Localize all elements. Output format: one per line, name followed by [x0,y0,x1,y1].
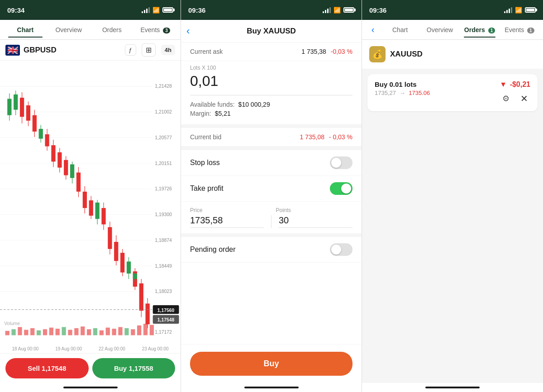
svg-rect-34 [83,192,87,208]
pp-values: 1735,58 30 [190,215,352,228]
svg-rect-80 [150,325,154,335]
current-bid-change: - 0,03 % [329,133,352,141]
svg-text:1,21428: 1,21428 [155,83,172,89]
sell-button[interactable]: Sell 1,17548 [5,358,89,378]
buy-order-button[interactable]: Buy [190,352,352,376]
svg-rect-16 [26,105,30,121]
pp-separator [271,215,272,228]
chart-nav-tabs: Chart Overview Orders Events 3 [0,20,181,40]
tab-orders[interactable]: Orders [90,23,134,37]
svg-rect-77 [131,329,135,335]
asset-icon: 💰 [369,46,386,62]
svg-text:Volume: Volume [4,320,20,326]
take-profit-toggle[interactable] [330,182,352,195]
trade-prices: 1735,27 → 1735.06 [375,90,430,96]
home-indicator-order [181,383,362,392]
margin-value: $5,21 [215,110,231,117]
chart-tools: ƒ ⊞ 4h [125,43,175,57]
tab-chart-orders[interactable]: Chart [380,23,420,37]
orders-content: 💰 XAUUSD Buy 0.01 lots 1735,27 → 1735.06 [362,40,543,383]
svg-rect-71 [93,328,97,335]
svg-rect-68 [74,328,78,335]
points-input[interactable]: 30 [279,215,352,228]
close-order-button[interactable]: ✕ [518,92,530,105]
section-divider-3 [181,233,362,237]
lots-section: Lots X 100 0,01 [181,61,362,95]
svg-text:1,18874: 1,18874 [155,237,172,243]
back-button-orders[interactable]: ‹ [366,23,380,37]
svg-rect-36 [89,200,93,216]
order-item-body: Buy 0.01 lots 1735,27 → 1735.06 ▼ -$0,21 [375,80,530,105]
svg-rect-63 [43,329,47,335]
orders-panel: 09:36 📶 ‹ Chart Overview Orders 1 [362,0,543,392]
svg-rect-10 [7,99,11,115]
pnl-arrow: ▼ [500,80,507,88]
svg-rect-32 [76,173,81,192]
indicator-btn[interactable]: ƒ [125,44,136,56]
lots-value[interactable]: 0,01 [190,73,352,90]
status-time-chart: 09:34 [7,6,24,14]
section-divider-1 [181,124,362,128]
available-funds-value: $10 000,29 [238,101,270,108]
svg-rect-24 [51,145,55,161]
status-time-orders: 09:36 [369,6,386,14]
margin-row: Margin: $5,21 [190,110,352,117]
pending-order-row: Pending order [181,237,362,263]
pending-order-label: Pending order [190,246,236,254]
svg-rect-79 [143,324,148,335]
svg-rect-30 [70,164,74,178]
tab-events[interactable]: Events 3 [133,23,177,37]
tab-events-orders[interactable]: Events 1 [500,23,539,37]
flag-icon: 🇬🇧 [5,45,20,56]
order-header: ‹ Buy XAUUSD [181,20,362,43]
trade-price-from: 1735,27 [375,90,396,96]
home-indicator-orders [362,383,543,392]
back-button-order[interactable]: ‹ [186,25,190,37]
order-panel: 09:36 📶 ‹ Buy XAUUSD Current ask 1 735,3… [181,0,362,392]
buy-button[interactable]: Buy 1,17558 [92,358,176,378]
status-time-order: 09:36 [188,6,205,14]
compare-btn[interactable]: ⊞ [142,43,156,57]
svg-rect-40 [101,208,105,224]
timeframe-btn[interactable]: 4h [161,45,175,55]
price-input[interactable]: 1735,58 [190,215,264,228]
svg-rect-52 [139,283,143,311]
svg-text:1,17172: 1,17172 [155,329,172,335]
svg-rect-75 [118,327,122,335]
order-content: Current ask 1 735,38 -0,03 % Lots X 100 … [181,43,362,344]
wifi-icon-orders: 📶 [515,7,522,14]
lots-label: Lots X 100 [190,65,352,71]
stop-loss-toggle[interactable] [330,156,352,169]
current-ask-change: -0,03 % [331,48,352,55]
chart-panel: 09:34 📶 Chart Overview Orders Events [0,0,181,392]
pending-order-toggle[interactable] [330,243,352,256]
svg-rect-69 [81,326,85,335]
battery-icon [162,7,173,13]
tab-orders-orders[interactable]: Orders 1 [460,23,500,37]
section-divider-2 [181,146,362,150]
funds-section: Available funds: $10 000,29 Margin: $5,2… [181,95,362,124]
svg-rect-48 [127,261,131,274]
tab-overview-orders[interactable]: Overview [420,23,460,37]
tab-chart[interactable]: Chart [4,23,47,37]
pair-name[interactable]: GBPUSD [24,46,57,55]
take-profit-row: Take profit [181,176,362,202]
svg-rect-60 [24,330,28,335]
svg-rect-66 [62,327,66,335]
date-labels: 18 Aug 00:00 19 Aug 00:00 22 Aug 00:00 2… [0,345,181,353]
stop-loss-row: Stop loss [181,150,362,176]
svg-rect-54 [146,303,150,324]
trade-price-to: 1735.06 [409,90,430,96]
current-ask-label: Current ask [190,48,223,55]
chart-area[interactable]: 1,17560 1,17548 1,21428 1,21002 1,20577 … [0,61,181,345]
tab-overview[interactable]: Overview [47,23,90,37]
svg-rect-73 [106,328,110,335]
price-label: Price [190,207,267,213]
chart-bottom-buttons: Sell 1,17548 Buy 1,17558 [0,353,181,383]
available-funds-label: Available funds: [190,101,235,108]
svg-rect-67 [68,330,72,335]
orders-badge: 1 [488,28,495,33]
svg-text:1,20151: 1,20151 [155,160,172,165]
gear-button[interactable]: ⚙ [500,92,512,105]
status-icons-order: 📶 [323,7,354,14]
